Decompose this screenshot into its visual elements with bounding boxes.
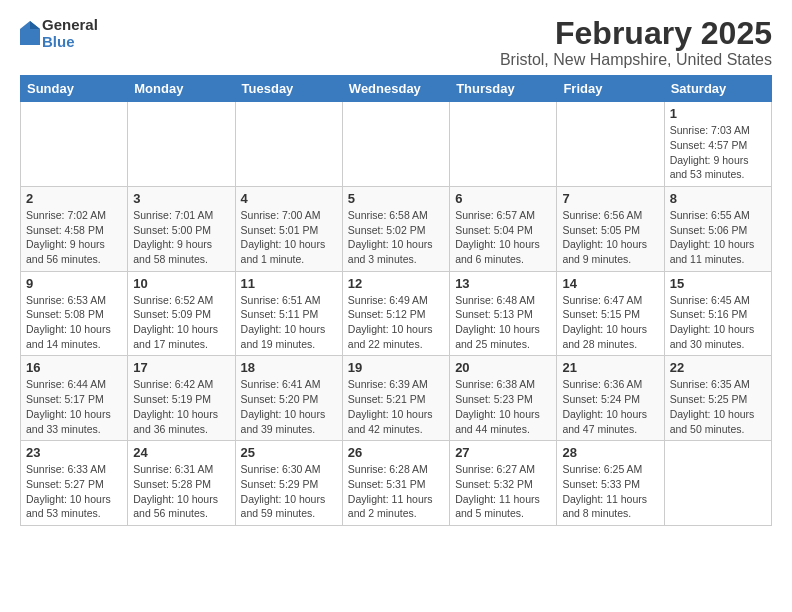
day-number: 23 [26,445,122,460]
day-info: Sunrise: 6:45 AM Sunset: 5:16 PM Dayligh… [670,293,766,352]
day-number: 5 [348,191,444,206]
col-header-thursday: Thursday [450,76,557,102]
col-header-wednesday: Wednesday [342,76,449,102]
day-cell: 5Sunrise: 6:58 AM Sunset: 5:02 PM Daylig… [342,186,449,271]
day-number: 28 [562,445,658,460]
logo-text: General Blue [42,16,98,50]
day-info: Sunrise: 6:58 AM Sunset: 5:02 PM Dayligh… [348,208,444,267]
day-info: Sunrise: 7:02 AM Sunset: 4:58 PM Dayligh… [26,208,122,267]
subtitle: Bristol, New Hampshire, United States [500,51,772,69]
day-cell: 27Sunrise: 6:27 AM Sunset: 5:32 PM Dayli… [450,441,557,526]
day-cell: 8Sunrise: 6:55 AM Sunset: 5:06 PM Daylig… [664,186,771,271]
day-number: 4 [241,191,337,206]
title-block: February 2025 Bristol, New Hampshire, Un… [500,16,772,69]
col-header-friday: Friday [557,76,664,102]
day-info: Sunrise: 6:51 AM Sunset: 5:11 PM Dayligh… [241,293,337,352]
day-cell: 16Sunrise: 6:44 AM Sunset: 5:17 PM Dayli… [21,356,128,441]
day-info: Sunrise: 6:30 AM Sunset: 5:29 PM Dayligh… [241,462,337,521]
logo-general: General [42,16,98,33]
calendar-header: SundayMondayTuesdayWednesdayThursdayFrid… [21,76,772,102]
day-number: 27 [455,445,551,460]
day-number: 9 [26,276,122,291]
day-info: Sunrise: 6:33 AM Sunset: 5:27 PM Dayligh… [26,462,122,521]
day-cell [342,102,449,187]
day-info: Sunrise: 6:44 AM Sunset: 5:17 PM Dayligh… [26,377,122,436]
day-info: Sunrise: 6:49 AM Sunset: 5:12 PM Dayligh… [348,293,444,352]
main-title: February 2025 [500,16,772,51]
day-cell: 17Sunrise: 6:42 AM Sunset: 5:19 PM Dayli… [128,356,235,441]
day-number: 20 [455,360,551,375]
day-info: Sunrise: 6:35 AM Sunset: 5:25 PM Dayligh… [670,377,766,436]
day-number: 2 [26,191,122,206]
day-info: Sunrise: 6:27 AM Sunset: 5:32 PM Dayligh… [455,462,551,521]
week-row-3: 16Sunrise: 6:44 AM Sunset: 5:17 PM Dayli… [21,356,772,441]
day-number: 15 [670,276,766,291]
day-cell: 11Sunrise: 6:51 AM Sunset: 5:11 PM Dayli… [235,271,342,356]
day-info: Sunrise: 6:36 AM Sunset: 5:24 PM Dayligh… [562,377,658,436]
day-number: 1 [670,106,766,121]
day-info: Sunrise: 7:03 AM Sunset: 4:57 PM Dayligh… [670,123,766,182]
day-cell: 9Sunrise: 6:53 AM Sunset: 5:08 PM Daylig… [21,271,128,356]
day-cell: 23Sunrise: 6:33 AM Sunset: 5:27 PM Dayli… [21,441,128,526]
day-number: 11 [241,276,337,291]
col-header-monday: Monday [128,76,235,102]
col-header-tuesday: Tuesday [235,76,342,102]
day-cell: 20Sunrise: 6:38 AM Sunset: 5:23 PM Dayli… [450,356,557,441]
day-info: Sunrise: 6:31 AM Sunset: 5:28 PM Dayligh… [133,462,229,521]
header: General Blue February 2025 Bristol, New … [20,16,772,69]
day-info: Sunrise: 6:42 AM Sunset: 5:19 PM Dayligh… [133,377,229,436]
day-cell: 3Sunrise: 7:01 AM Sunset: 5:00 PM Daylig… [128,186,235,271]
day-cell: 25Sunrise: 6:30 AM Sunset: 5:29 PM Dayli… [235,441,342,526]
day-number: 10 [133,276,229,291]
logo: General Blue [20,16,98,50]
day-info: Sunrise: 6:28 AM Sunset: 5:31 PM Dayligh… [348,462,444,521]
calendar-body: 1Sunrise: 7:03 AM Sunset: 4:57 PM Daylig… [21,102,772,526]
day-info: Sunrise: 6:57 AM Sunset: 5:04 PM Dayligh… [455,208,551,267]
day-cell [450,102,557,187]
day-number: 7 [562,191,658,206]
day-number: 26 [348,445,444,460]
col-header-sunday: Sunday [21,76,128,102]
week-row-4: 23Sunrise: 6:33 AM Sunset: 5:27 PM Dayli… [21,441,772,526]
day-cell: 6Sunrise: 6:57 AM Sunset: 5:04 PM Daylig… [450,186,557,271]
header-row: SundayMondayTuesdayWednesdayThursdayFrid… [21,76,772,102]
day-number: 25 [241,445,337,460]
day-info: Sunrise: 7:01 AM Sunset: 5:00 PM Dayligh… [133,208,229,267]
calendar: SundayMondayTuesdayWednesdayThursdayFrid… [20,75,772,526]
week-row-0: 1Sunrise: 7:03 AM Sunset: 4:57 PM Daylig… [21,102,772,187]
logo-blue: Blue [42,33,98,50]
day-cell: 15Sunrise: 6:45 AM Sunset: 5:16 PM Dayli… [664,271,771,356]
day-info: Sunrise: 6:55 AM Sunset: 5:06 PM Dayligh… [670,208,766,267]
day-info: Sunrise: 6:41 AM Sunset: 5:20 PM Dayligh… [241,377,337,436]
day-cell: 13Sunrise: 6:48 AM Sunset: 5:13 PM Dayli… [450,271,557,356]
day-info: Sunrise: 6:56 AM Sunset: 5:05 PM Dayligh… [562,208,658,267]
week-row-1: 2Sunrise: 7:02 AM Sunset: 4:58 PM Daylig… [21,186,772,271]
day-number: 18 [241,360,337,375]
day-cell: 7Sunrise: 6:56 AM Sunset: 5:05 PM Daylig… [557,186,664,271]
day-number: 16 [26,360,122,375]
day-cell: 19Sunrise: 6:39 AM Sunset: 5:21 PM Dayli… [342,356,449,441]
day-number: 8 [670,191,766,206]
day-cell: 1Sunrise: 7:03 AM Sunset: 4:57 PM Daylig… [664,102,771,187]
day-number: 24 [133,445,229,460]
day-number: 22 [670,360,766,375]
day-info: Sunrise: 6:52 AM Sunset: 5:09 PM Dayligh… [133,293,229,352]
logo-icon [20,21,40,45]
day-cell [664,441,771,526]
day-number: 13 [455,276,551,291]
day-cell [21,102,128,187]
day-cell: 12Sunrise: 6:49 AM Sunset: 5:12 PM Dayli… [342,271,449,356]
day-info: Sunrise: 6:53 AM Sunset: 5:08 PM Dayligh… [26,293,122,352]
day-number: 6 [455,191,551,206]
day-cell: 21Sunrise: 6:36 AM Sunset: 5:24 PM Dayli… [557,356,664,441]
day-cell [235,102,342,187]
day-info: Sunrise: 6:47 AM Sunset: 5:15 PM Dayligh… [562,293,658,352]
day-cell: 28Sunrise: 6:25 AM Sunset: 5:33 PM Dayli… [557,441,664,526]
day-cell: 18Sunrise: 6:41 AM Sunset: 5:20 PM Dayli… [235,356,342,441]
day-number: 3 [133,191,229,206]
day-cell: 10Sunrise: 6:52 AM Sunset: 5:09 PM Dayli… [128,271,235,356]
day-cell: 4Sunrise: 7:00 AM Sunset: 5:01 PM Daylig… [235,186,342,271]
day-info: Sunrise: 7:00 AM Sunset: 5:01 PM Dayligh… [241,208,337,267]
page-container: General Blue February 2025 Bristol, New … [0,0,792,536]
day-info: Sunrise: 6:48 AM Sunset: 5:13 PM Dayligh… [455,293,551,352]
